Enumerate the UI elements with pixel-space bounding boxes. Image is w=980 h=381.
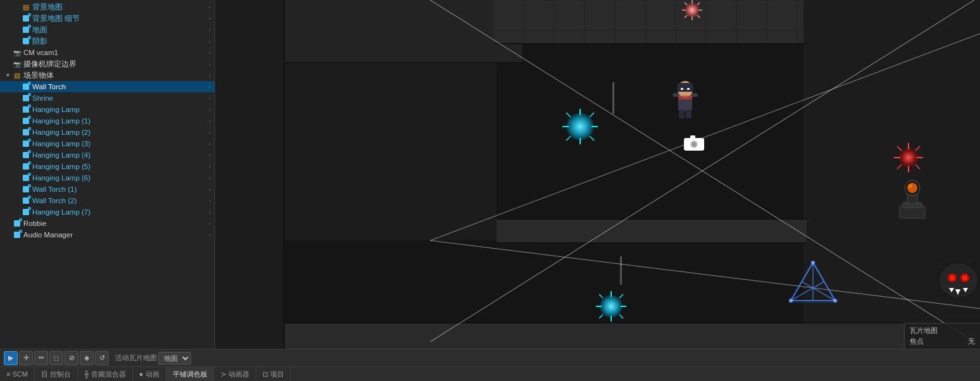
cube-icon-wall-torch-1 bbox=[22, 185, 30, 194]
chain-1 bbox=[612, 82, 614, 114]
bottom-section: ▶✛✏□⊘◈↺ 活动瓦片地图 地面 ≡ SCM目 控制台╫ 音频混合器● 动画平… bbox=[0, 349, 980, 381]
wand-tool-button[interactable]: ⊘ bbox=[65, 351, 78, 365]
label-bg-tilemap: 背景地图 bbox=[32, 3, 63, 12]
folder-icon-scene-objects: ▤ bbox=[13, 71, 22, 80]
svg-rect-45 bbox=[686, 109, 692, 118]
cube-icon-shadow bbox=[22, 37, 30, 46]
label-robbie: Robbie bbox=[23, 220, 46, 227]
rect-tool-button[interactable]: □ bbox=[49, 351, 63, 365]
tab-animation-editor[interactable]: ≻ 动画器 bbox=[214, 367, 256, 381]
hierarchy-item-cm-vcam1[interactable]: 📷CM vcam1› bbox=[0, 47, 214, 58]
hierarchy-item-wall-torch-1[interactable]: Wall Torch (1)› bbox=[0, 184, 214, 195]
tab-label-audio-mixer: ╫ 音频混合器 bbox=[84, 370, 126, 379]
glow-top-pink bbox=[685, 3, 699, 17]
brush-tool-button[interactable]: ✏ bbox=[34, 351, 48, 365]
tab-scm[interactable]: ≡ SCM bbox=[0, 367, 35, 381]
hierarchy-item-hanging-lamp-4[interactable]: Hanging Lamp (4)› bbox=[0, 149, 214, 161]
hierarchy-item-robbie[interactable]: Robbie› bbox=[0, 218, 214, 229]
glow-top-svg bbox=[681, 0, 704, 22]
label-hanging-lamp-5: Hanging Lamp (5) bbox=[32, 163, 90, 170]
erase-tool-button[interactable]: ↺ bbox=[95, 351, 109, 365]
cube-icon-hanging-lamp-4 bbox=[22, 151, 30, 159]
tab-project[interactable]: ⊡ 项目 bbox=[256, 367, 291, 381]
fill-tool-button[interactable]: ◈ bbox=[80, 351, 94, 365]
toolbar-row: ▶✛✏□⊘◈↺ 活动瓦片地图 地面 bbox=[0, 349, 980, 367]
label-ground: 地面 bbox=[32, 25, 47, 35]
right-arrow-wall-torch-1: › bbox=[209, 187, 211, 192]
viewport[interactable]: 瓦片地图 焦点 无 bbox=[215, 0, 980, 349]
tilemap-dropdown[interactable]: 地面 bbox=[158, 352, 191, 365]
svg-line-34 bbox=[599, 294, 603, 298]
svg-marker-68 bbox=[969, 258, 977, 266]
hierarchy-item-hanging-lamp-6[interactable]: Hanging Lamp (6)› bbox=[0, 172, 214, 184]
tab-label-animator: ● 动画 bbox=[139, 370, 159, 379]
right-arrow-camera-bound: › bbox=[209, 61, 211, 67]
hierarchy-item-hanging-lamp[interactable]: Hanging Lamp› bbox=[0, 104, 214, 115]
hierarchy-item-hanging-lamp-3[interactable]: Hanging Lamp (3)› bbox=[0, 138, 214, 149]
right-arrow-audio-manager: › bbox=[209, 232, 211, 238]
tab-animator[interactable]: ● 动画 bbox=[133, 367, 166, 381]
svg-point-89 bbox=[909, 184, 912, 188]
hierarchy-item-ground[interactable]: 地面› bbox=[0, 24, 214, 35]
tab-label-tile-palette: 平铺调色板 bbox=[173, 370, 208, 379]
label-bg-tilemap-detail: 背景地图 细节 bbox=[32, 14, 80, 23]
hierarchy-item-wall-torch[interactable]: Wall Torch› bbox=[0, 81, 214, 92]
hierarchy-item-shrine[interactable]: Shrine› bbox=[0, 92, 214, 104]
tab-items-container: ≡ SCM目 控制台╫ 音频混合器● 动画平铺调色板≻ 动画器⊡ 项目 bbox=[0, 367, 291, 381]
left-ground-area bbox=[285, 63, 497, 240]
glow-bottom-svg bbox=[595, 290, 628, 323]
tab-console[interactable]: 目 控制台 bbox=[35, 367, 78, 381]
cube-icon-bg-tilemap-detail bbox=[22, 14, 30, 23]
expand-arrow-scene-objects[interactable]: ▼ bbox=[5, 72, 13, 78]
right-arrow-hanging-lamp-2: › bbox=[209, 130, 211, 135]
right-arrow-robbie: › bbox=[209, 221, 211, 227]
hierarchy-item-scene-objects[interactable]: ▼▤场景物体› bbox=[0, 70, 214, 81]
camera-icon-camera-bound: 📷 bbox=[13, 59, 22, 68]
tab-audio-mixer[interactable]: ╫ 音频混合器 bbox=[78, 367, 133, 381]
hierarchy-item-wall-torch-2[interactable]: Wall Torch (2)› bbox=[0, 195, 214, 206]
tab-label-animation-editor: ≻ 动画器 bbox=[221, 370, 249, 379]
tab-label-project: ⊡ 项目 bbox=[263, 370, 284, 379]
top-platform-left bbox=[285, 0, 522, 63]
hierarchy-item-hanging-lamp-7[interactable]: Hanging Lamp (7)› bbox=[0, 206, 214, 218]
glow-red-svg bbox=[893, 142, 924, 173]
main-area: ▤背景地图› 背景地图 细节› 地面› 阴影›📷CM vcam1›📷摄像机绑定边… bbox=[0, 0, 980, 349]
hierarchy-item-bg-tilemap-detail[interactable]: 背景地图 细节› bbox=[0, 13, 214, 24]
svg-rect-43 bbox=[687, 88, 690, 90]
right-arrow-cm-vcam1: › bbox=[209, 50, 211, 56]
hierarchy-item-hanging-lamp-1[interactable]: Hanging Lamp (1)› bbox=[0, 115, 214, 127]
right-arrow-hanging-lamp-3: › bbox=[209, 141, 211, 147]
label-shadow: 阴影 bbox=[32, 37, 47, 46]
tab-label-console: 目 控制台 bbox=[41, 370, 71, 379]
cube-icon-shrine bbox=[22, 94, 30, 103]
svg-line-35 bbox=[619, 315, 623, 318]
hierarchy-item-audio-manager[interactable]: Audio Manager› bbox=[0, 229, 214, 240]
move-tool-button[interactable]: ✛ bbox=[19, 351, 33, 365]
glow-left-cyan bbox=[566, 113, 594, 141]
hierarchy-item-shadow[interactable]: 阴影› bbox=[0, 35, 214, 47]
label-hanging-lamp-6: Hanging Lamp (6) bbox=[32, 174, 90, 182]
svg-point-71 bbox=[950, 275, 955, 280]
right-arrow-shadow: › bbox=[209, 39, 211, 44]
label-audio-manager: Audio Manager bbox=[23, 231, 73, 239]
label-wall-torch-2: Wall Torch (2) bbox=[32, 197, 77, 204]
hierarchy-item-hanging-lamp-5[interactable]: Hanging Lamp (5)› bbox=[0, 161, 214, 172]
svg-line-13 bbox=[685, 15, 687, 18]
cube-icon-hanging-lamp-6 bbox=[22, 173, 30, 182]
select-tool-button[interactable]: ▶ bbox=[4, 351, 18, 365]
cube-icon-hanging-lamp-5 bbox=[22, 162, 30, 171]
hierarchy-item-hanging-lamp-2[interactable]: Hanging Lamp (2)› bbox=[0, 127, 214, 138]
label-hanging-lamp-1: Hanging Lamp (1) bbox=[32, 117, 90, 125]
label-wall-torch: Wall Torch bbox=[32, 83, 66, 91]
tool-buttons-container: ▶✛✏□⊘◈↺ bbox=[4, 351, 109, 365]
cube-icon-robbie bbox=[13, 219, 22, 228]
cube-icon-wall-torch bbox=[22, 82, 30, 91]
svg-line-10 bbox=[685, 3, 687, 5]
right-arrow-hanging-lamp-4: › bbox=[209, 153, 211, 158]
cube-icon-audio-manager bbox=[13, 230, 22, 239]
tab-tile-palette[interactable]: 平铺调色板 bbox=[166, 367, 214, 381]
svg-point-72 bbox=[962, 275, 967, 280]
hierarchy-item-camera-bound[interactable]: 📷摄像机绑定边界› bbox=[0, 58, 214, 70]
glow-left-svg bbox=[561, 108, 599, 146]
hierarchy-item-bg-tilemap[interactable]: ▤背景地图› bbox=[0, 1, 214, 13]
